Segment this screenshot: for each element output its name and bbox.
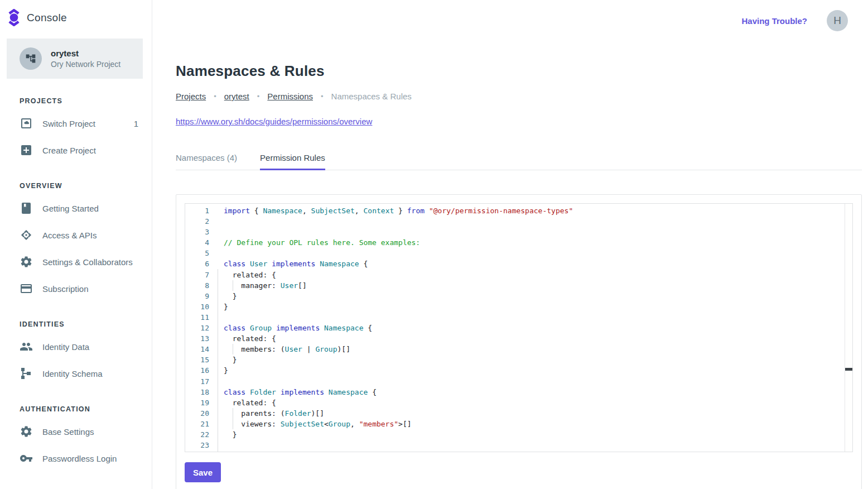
getting-started-icon bbox=[20, 202, 33, 215]
tab-namespaces-4[interactable]: Namespaces (4) bbox=[176, 153, 237, 170]
breadcrumb-separator: • bbox=[214, 92, 216, 100]
indent-guide bbox=[233, 280, 233, 291]
line-number: 13 bbox=[185, 333, 218, 344]
section-title-identities: IDENTITIES bbox=[0, 320, 152, 328]
sidebar-item-label: Switch Project bbox=[42, 119, 134, 128]
tab-permission-rules[interactable]: Permission Rules bbox=[260, 153, 325, 170]
line-number: 19 bbox=[185, 397, 218, 408]
section-title-projects: PROJECTS bbox=[0, 97, 152, 105]
sidebar-item-label: Getting Started bbox=[42, 204, 138, 213]
code-line[interactable]: 11 bbox=[185, 312, 852, 323]
sidebar-item-access-apis[interactable]: Access & APIs bbox=[0, 222, 152, 248]
sidebar-item-settings-collaborators[interactable]: Settings & Collaborators bbox=[0, 248, 152, 275]
code-line[interactable]: 21 viewers: SubjectSet<Group, "members">… bbox=[185, 419, 852, 429]
content-area: Having Trouble? H Namespaces & Rules Pro… bbox=[152, 0, 868, 489]
sidebar-item-subscription[interactable]: Subscription bbox=[0, 275, 152, 302]
line-number: 20 bbox=[185, 408, 218, 419]
line-number: 18 bbox=[185, 387, 218, 397]
sidebar-item-getting-started[interactable]: Getting Started bbox=[0, 195, 152, 222]
line-number: 22 bbox=[185, 429, 218, 440]
sidebar-item-passwordless-login[interactable]: Passwordless Login bbox=[0, 445, 152, 472]
user-avatar[interactable]: H bbox=[827, 10, 848, 31]
code-line[interactable]: 22 } bbox=[185, 429, 852, 440]
indent-guide bbox=[233, 408, 233, 419]
code-line[interactable]: 14 members: (User | Group)[] bbox=[185, 344, 852, 354]
sidebar-item-label: Access & APIs bbox=[42, 231, 138, 240]
scrollbar-marker bbox=[845, 368, 852, 371]
code-line[interactable]: 18class Folder implements Namespace { bbox=[185, 387, 852, 397]
section-title-authentication: AUTHENTICATION bbox=[0, 405, 152, 413]
sidebar-item-base-settings[interactable]: Base Settings bbox=[0, 418, 152, 445]
line-number: 2 bbox=[185, 216, 218, 227]
line-number: 17 bbox=[185, 376, 218, 387]
item-count-badge: 1 bbox=[134, 119, 138, 128]
sidebar-item-identity-schema[interactable]: Identity Schema bbox=[0, 360, 152, 387]
app-window: Console orytest Ory Network Project PROJ… bbox=[0, 0, 868, 489]
code-line[interactable]: 9 } bbox=[185, 291, 852, 301]
breadcrumb: Projects•orytest•Permissions•Namespaces … bbox=[176, 92, 862, 101]
page-title: Namespaces & Rules bbox=[176, 63, 862, 80]
code-line[interactable]: 7 related: { bbox=[185, 270, 852, 280]
account-tree-icon bbox=[25, 53, 36, 64]
sidebar-item-label: Passwordless Login bbox=[42, 454, 138, 463]
line-number: 11 bbox=[185, 312, 218, 323]
breadcrumb-permissions[interactable]: Permissions bbox=[267, 92, 313, 101]
breadcrumb-projects[interactable]: Projects bbox=[176, 92, 206, 101]
console-logo[interactable]: Console bbox=[0, 0, 152, 34]
sidebar-item-label: Create Project bbox=[42, 146, 138, 155]
indent-guide bbox=[233, 419, 233, 429]
line-number: 4 bbox=[185, 237, 218, 248]
code-line[interactable]: 17 bbox=[185, 376, 852, 387]
line-number: 14 bbox=[185, 344, 218, 354]
having-trouble-link[interactable]: Having Trouble? bbox=[741, 16, 807, 26]
project-subtitle: Ory Network Project bbox=[51, 60, 120, 69]
code-line[interactable]: 12class Group implements Namespace { bbox=[185, 323, 852, 333]
section-title-overview: OVERVIEW bbox=[0, 182, 152, 190]
line-number: 16 bbox=[185, 365, 218, 376]
code-line[interactable]: 5 bbox=[185, 248, 852, 258]
code-line[interactable]: 13 related: { bbox=[185, 333, 852, 344]
breadcrumb-orytest[interactable]: orytest bbox=[224, 92, 249, 101]
sidebar-item-label: Subscription bbox=[42, 284, 138, 294]
line-number: 21 bbox=[185, 419, 218, 429]
code-line[interactable]: 19 related: { bbox=[185, 397, 852, 408]
sidebar-item-label: Settings & Collaborators bbox=[42, 257, 138, 267]
sidebar-nav: PROJECTSSwitch Project1Create ProjectOVE… bbox=[0, 97, 152, 472]
code-line[interactable]: 3 bbox=[185, 227, 852, 237]
tab-bar: Namespaces (4)Permission Rules bbox=[176, 153, 862, 170]
code-line[interactable]: 10} bbox=[185, 301, 852, 312]
breadcrumb-separator: • bbox=[257, 92, 260, 100]
gear-icon bbox=[20, 425, 33, 438]
line-number: 23 bbox=[185, 440, 218, 450]
breadcrumb-separator: • bbox=[321, 92, 324, 100]
sidebar-item-label: Identity Schema bbox=[42, 369, 138, 378]
line-number: 1 bbox=[185, 205, 218, 216]
gear-icon bbox=[20, 255, 33, 269]
sidebar-item-switch-project[interactable]: Switch Project1 bbox=[0, 110, 152, 137]
schema-icon bbox=[20, 367, 33, 380]
breadcrumb-namespaces-rules: Namespaces & Rules bbox=[331, 92, 412, 101]
sidebar-item-create-project[interactable]: Create Project bbox=[0, 137, 152, 164]
save-button[interactable]: Save bbox=[185, 462, 221, 482]
editor-scrollbar[interactable] bbox=[845, 204, 852, 452]
code-line[interactable]: 8 manager: User[] bbox=[185, 280, 852, 291]
permission-rules-panel: 1import { Namespace, SubjectSet, Context… bbox=[176, 194, 862, 489]
sidebar: Console orytest Ory Network Project PROJ… bbox=[0, 0, 152, 489]
main-panel: Namespaces & Rules Projects•orytest•Perm… bbox=[152, 41, 868, 489]
sidebar-item-label: Identity Data bbox=[42, 342, 138, 352]
code-line[interactable]: 23 bbox=[185, 440, 852, 450]
code-line[interactable]: 6class User implements Namespace { bbox=[185, 258, 852, 269]
code-editor[interactable]: 1import { Namespace, SubjectSet, Context… bbox=[185, 203, 853, 452]
code-line[interactable]: 24 permits = { bbox=[185, 450, 852, 452]
sidebar-item-identity-data[interactable]: Identity Data bbox=[0, 333, 152, 360]
code-line[interactable]: 1import { Namespace, SubjectSet, Context… bbox=[185, 205, 852, 216]
code-line[interactable]: 20 parents: (Folder)[] bbox=[185, 408, 852, 419]
code-line[interactable]: 4// Define your OPL rules here. Some exa… bbox=[185, 237, 852, 248]
current-project[interactable]: orytest Ory Network Project bbox=[7, 39, 143, 79]
code-line[interactable]: 2 bbox=[185, 216, 852, 227]
code-line[interactable]: 16} bbox=[185, 365, 852, 376]
docs-link[interactable]: https://www.ory.sh/docs/guides/permissio… bbox=[176, 117, 372, 126]
code-line[interactable]: 15 } bbox=[185, 354, 852, 365]
line-number: 15 bbox=[185, 354, 218, 365]
switch-project-icon bbox=[20, 117, 33, 130]
